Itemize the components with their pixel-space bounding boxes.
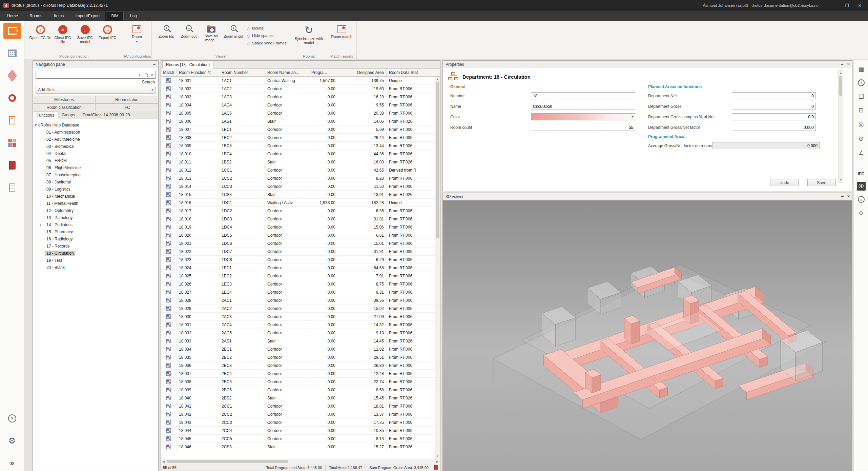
tree-item[interactable]: 05 - EROM <box>33 157 158 164</box>
tree-item[interactable]: 20 - Blank <box>33 264 158 271</box>
table-row[interactable]: 18.019 1DC4 Corridor 0.00 15.06 From RT.… <box>161 223 435 231</box>
export-ifc-button[interactable]: → Export IFC <box>96 23 119 40</box>
column-header-room-function[interactable]: Room Function #: <box>177 68 219 76</box>
table-row[interactable]: 18.045 2CC5 Corridor 0.00 8.13 From RT.0… <box>161 435 435 443</box>
table-row[interactable]: 18.044 2CC4 Corridor 0.00 10.85 From RT.… <box>161 427 435 435</box>
department-factor-field[interactable] <box>732 124 816 131</box>
synchronize-with-model-button[interactable]: ↻ Synchronize with model <box>294 23 324 45</box>
table-row[interactable]: 18.012 1CC1 Corridor 0.00 42.65 Derived … <box>161 166 435 174</box>
clear-search-icon[interactable]: ✕ <box>149 71 155 78</box>
clock-icon[interactable]: ⊙ <box>857 134 866 143</box>
undo-button[interactable]: Undo <box>770 179 799 186</box>
pin-icon[interactable] <box>841 63 844 66</box>
name-field[interactable] <box>531 103 635 110</box>
table-row[interactable]: 18.009 1BC3 Corridor 0.00 13.44 From RT.… <box>161 142 435 150</box>
table-row[interactable]: 18.033 2AS1 Stair 0.00 14.45 From RT.026 <box>161 337 435 345</box>
isolate-toggle[interactable]: ◇ Isolate <box>247 25 287 31</box>
scroll-down-icon[interactable]: ▼ <box>435 454 440 459</box>
table-row[interactable]: 18.035 2BC2 Corridor 0.00 29.51 From RT.… <box>161 353 435 361</box>
reports-module-icon[interactable] <box>3 157 21 173</box>
table-row[interactable]: 18.020 1DC5 Corridor 0.00 6.61 From RT.0… <box>161 231 435 239</box>
tree-item[interactable]: 07 - Housekeeping <box>33 171 158 178</box>
hide-spaces-toggle[interactable]: ◇ Hide spaces <box>247 33 287 39</box>
scroll-up-icon[interactable]: ▲ <box>435 77 440 82</box>
close-panel-icon[interactable]: ✕ <box>847 194 850 199</box>
scroll-down-icon[interactable]: ▼ <box>839 177 843 182</box>
section-programmed-areas[interactable]: Programmed Areas <box>648 134 824 139</box>
column-header-match[interactable]: Match <box>161 68 177 76</box>
room-count-field[interactable] <box>531 124 635 131</box>
table-row[interactable]: 18.040 2BS2 Stair 0.00 15.45 From RT.026 <box>161 394 435 402</box>
scroll-left-icon[interactable]: ◀ <box>161 460 166 463</box>
search-dropdown-icon[interactable]: ▾ <box>137 71 143 78</box>
department-gross-field[interactable] <box>732 103 816 110</box>
table-row[interactable]: 18.037 2BC4 Corridor 0.00 12.48 From RT.… <box>161 370 435 378</box>
table-row[interactable]: 18.025 1EC2 Corridor 0.00 7.91 From RT.0… <box>161 272 435 280</box>
table-row[interactable]: 18.002 1AC2 Corridor 0.00 19.60 From RT.… <box>161 85 435 93</box>
3d-canvas[interactable] <box>443 200 852 471</box>
close-panel-icon[interactable]: ✕ <box>847 62 850 66</box>
nav-filter-tab[interactable]: OmniClass 14 2006-03-28 <box>79 111 133 119</box>
table-row[interactable]: 18.030 2AC3 Corridor 0.00 27.09 From RT.… <box>161 313 435 321</box>
table-row[interactable]: 18.014 1CC3 Corridor 0.00 11.50 From RT.… <box>161 182 435 191</box>
department-net-field[interactable] <box>732 92 816 99</box>
close-button[interactable]: ✕ <box>854 1 866 10</box>
nav-filter-button[interactable]: IFC <box>96 103 158 111</box>
pin-icon[interactable] <box>841 195 844 198</box>
systems-module-icon[interactable] <box>3 90 21 106</box>
table-row[interactable]: 18.022 1DC7 Corridor 0.00 31.91 From RT.… <box>161 248 435 256</box>
tree-item[interactable]: 16 - Radiology <box>33 235 158 242</box>
settings-button[interactable]: ⚙ <box>3 433 21 449</box>
column-header-programmed[interactable]: Progra... <box>309 68 338 76</box>
department-gross-comp-field[interactable] <box>732 113 816 120</box>
open-ifc-file-button[interactable]: ↑ Open IFC file <box>29 23 51 40</box>
section-planned-areas[interactable]: Planned Areas on functions <box>648 84 824 89</box>
info-icon[interactable]: i <box>858 79 865 86</box>
table-row[interactable]: 18.004 1AC4 Corridor 0.00 9.55 From RT.0… <box>161 101 435 109</box>
table-row[interactable]: 18.026 1EC3 Corridor 0.00 8.75 From RT.0… <box>161 280 435 288</box>
files-module-icon[interactable] <box>3 180 21 195</box>
scrollbar-thumb[interactable] <box>436 82 439 238</box>
menu-tab[interactable]: Items <box>48 11 69 21</box>
nav-filter-button[interactable]: Room classification <box>33 103 96 111</box>
table-row[interactable]: 18.038 2BC5 Corridor 0.00 22.74 From RT.… <box>161 378 435 386</box>
table-row[interactable]: 18.011 1BS2 Stair 0.00 16.03 From RT.026 <box>161 158 435 166</box>
rooms-document-tab[interactable]: Rooms [18 - Circulation] <box>162 61 213 68</box>
help-button[interactable]: ? <box>3 411 21 426</box>
add-filter-dropdown[interactable]: Add filter... ▾ <box>36 86 156 94</box>
tree-item[interactable]: 08 - Janitorial <box>33 178 158 185</box>
table-row[interactable]: 18.005 1AC5 Corridor 0.00 20.38 From RT.… <box>161 109 435 117</box>
tree-item[interactable]: 18 - Circulation <box>33 250 158 257</box>
tree-root[interactable]: ▾ dRofus Help Database <box>33 121 158 129</box>
tree-item[interactable]: 12 - Optometry <box>33 207 158 214</box>
tree-item[interactable]: 09 - Logistics <box>33 185 158 193</box>
tree-item[interactable]: 14 - Pediatrics <box>33 221 158 228</box>
products-module-icon[interactable] <box>3 68 21 83</box>
expand-strip-button[interactable]: » <box>3 455 21 471</box>
chevron-down-icon[interactable]: ▾ <box>630 114 635 120</box>
nav-filter-tab[interactable]: Groups <box>58 111 79 119</box>
info-icon[interactable]: i <box>858 196 865 203</box>
table-row[interactable]: 18.018 1DC3 Corridor 0.00 31.81 From RT.… <box>161 215 435 223</box>
room-match-button[interactable]: Room match <box>331 23 353 39</box>
close-ifc-file-button[interactable]: × Close IFC file <box>51 23 74 44</box>
properties-scrollbar[interactable]: ▲ ▼ <box>838 70 843 183</box>
model-cube-icon[interactable]: ◇ <box>857 208 866 217</box>
column-header-designed-area[interactable]: Designed Area <box>338 68 387 76</box>
table-row[interactable]: 18.042 2CC2 Corridor 0.00 13.37 From RT.… <box>161 410 435 418</box>
table-row[interactable]: 18.006 1AS1 Stair 0.00 14.06 From RT.026 <box>161 117 435 125</box>
scrollbar-thumb[interactable] <box>167 460 288 463</box>
search-link[interactable]: Search <box>142 80 155 84</box>
table-row[interactable]: 18.032 2AC5 Corridor 0.00 9.10 From RT.0… <box>161 329 435 337</box>
target-icon[interactable]: ◎ <box>857 120 866 129</box>
tree-item[interactable]: 02 - AdultMedicine <box>33 136 158 143</box>
menu-tab[interactable]: Home <box>1 11 24 21</box>
nav-filter-tab[interactable]: Functions <box>33 111 58 119</box>
table-row[interactable]: 18.023 1DC8 Corridor 0.00 6.29 From RT.0… <box>161 256 435 264</box>
tree-item[interactable]: 17 - Records <box>33 242 158 250</box>
tree-item[interactable]: 04 - Dental <box>33 150 158 157</box>
save-button[interactable]: Save <box>807 179 836 186</box>
zoom-top-button[interactable]: + Zoom top <box>155 23 178 38</box>
pin-icon[interactable] <box>153 63 156 66</box>
table-row[interactable]: 18.029 2AC2 Corridor 0.00 15.02 From RT.… <box>161 305 435 313</box>
